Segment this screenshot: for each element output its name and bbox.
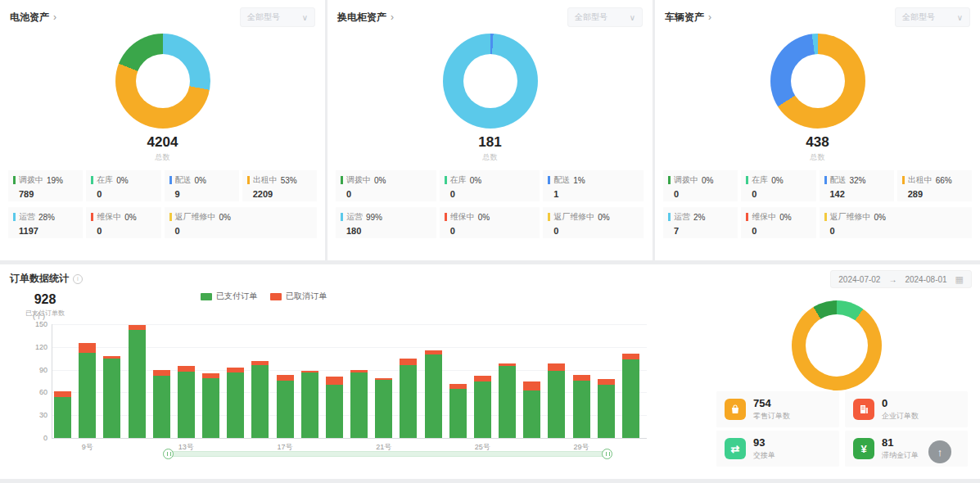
status-label: 调拨中 — [674, 174, 698, 186]
date-end-input[interactable]: 2024-08-01 — [905, 275, 946, 284]
cancelled-segment — [54, 391, 71, 397]
back-to-top-button[interactable]: ↑ — [928, 440, 951, 463]
status-color-bar — [341, 176, 343, 184]
stacked-bar-28号[interactable] — [548, 363, 565, 438]
card-label: 企业订单数 — [882, 411, 919, 422]
stacked-bar-21号[interactable] — [375, 378, 392, 438]
stacked-bar-27号[interactable] — [523, 381, 540, 438]
paid-orders-donut-center: 928 已支付订单数 — [0, 292, 90, 318]
yen-tag-icon: ¥ — [853, 438, 874, 459]
paid-segment — [178, 372, 195, 438]
stacked-bar-30号[interactable] — [598, 379, 615, 438]
stacked-bar-8号[interactable] — [54, 391, 71, 438]
cancelled-segment — [277, 375, 294, 381]
chevron-right-icon: › — [53, 11, 56, 23]
status-percent: 0% — [195, 176, 206, 185]
status-label: 调拨中 — [346, 174, 371, 186]
card-value: 754 — [753, 398, 790, 409]
cabinet-status-grid: 调拨中0%0在库0%0配送1%1运营99%180维保中0%0返厂维修中0%0 — [327, 170, 653, 238]
status-percent: 0% — [124, 213, 136, 222]
stacked-bar-29号[interactable] — [573, 375, 590, 438]
stacked-bar-14号[interactable] — [202, 373, 219, 438]
status-value: 9 — [169, 189, 234, 199]
paid-segment — [622, 359, 639, 438]
slider-handle-right[interactable] — [602, 449, 612, 459]
status-stat-cell: 运营28%1197 — [8, 207, 83, 238]
paid-segment — [326, 385, 343, 438]
donut-hole — [136, 54, 190, 108]
stacked-bar-13号[interactable] — [178, 366, 195, 438]
status-color-bar — [13, 213, 16, 221]
chevron-right-icon: › — [708, 11, 711, 23]
stacked-bar-23号[interactable] — [425, 350, 442, 438]
stacked-bar-12号[interactable] — [153, 370, 170, 438]
status-label: 配送 — [553, 174, 570, 186]
vehicle-donut-chart[interactable] — [770, 34, 865, 129]
stacked-bar-15号[interactable] — [227, 368, 244, 438]
stacked-bar-24号[interactable] — [449, 384, 467, 438]
chevron-right-icon: › — [391, 11, 394, 23]
stacked-bar-9号[interactable] — [79, 343, 96, 438]
status-color-bar — [445, 176, 447, 184]
status-value: 0 — [445, 226, 535, 236]
status-color-bar — [902, 176, 905, 184]
stacked-bar-10号[interactable] — [103, 356, 120, 438]
cabinet-model-filter-dropdown[interactable]: 全部型号∨ — [567, 7, 643, 27]
cancelled-segment — [79, 343, 96, 353]
paid-orders-label: 已支付订单数 — [0, 309, 90, 318]
status-color-bar — [548, 213, 550, 221]
status-percent: 0% — [478, 213, 490, 222]
status-value: 142 — [824, 189, 889, 199]
paid-segment — [227, 372, 244, 438]
battery-assets-panel: 电池资产› 全部型号∨ 4204 总数 调拨中19%789在库0%0配送0%9出… — [0, 0, 325, 260]
card-label: 零售订单数 — [753, 411, 790, 422]
total-count: 181 — [327, 134, 653, 151]
stacked-bar-26号[interactable] — [499, 363, 516, 438]
chart-zoom-slider[interactable] — [168, 451, 607, 457]
handover-orders-card: ⇄ 93 交接单 — [716, 431, 839, 467]
slider-handle-left[interactable] — [163, 449, 174, 459]
status-value: 180 — [341, 226, 431, 236]
stacked-bar-31号[interactable] — [622, 354, 639, 438]
status-stat-cell: 返厂维修中0%0 — [165, 207, 318, 238]
status-value: 1 — [548, 189, 639, 199]
stacked-bar-25号[interactable] — [474, 376, 491, 438]
status-label: 出租中 — [253, 174, 278, 186]
stacked-bar-20号[interactable] — [350, 370, 368, 438]
status-color-bar — [668, 176, 671, 184]
status-percent: 0% — [219, 213, 231, 222]
date-start-input[interactable]: 2024-07-02 — [838, 275, 880, 284]
status-color-bar — [746, 176, 748, 184]
retail-orders-card: 754 零售订单数 — [716, 391, 839, 427]
calendar-icon[interactable]: ▦ — [955, 274, 964, 285]
order-bar-chart[interactable]: 0306090120150(个)9号13号17号21号25号29号 — [0, 264, 665, 479]
y-axis-tick: 120 — [23, 343, 47, 351]
stacked-bar-18号[interactable] — [301, 371, 318, 438]
stacked-bar-22号[interactable] — [400, 359, 417, 438]
status-label: 出租中 — [908, 174, 933, 186]
stacked-bar-19号[interactable] — [326, 377, 343, 438]
vehicle-model-filter-dropdown[interactable]: 全部型号∨ — [895, 7, 970, 27]
status-percent: 0% — [598, 213, 609, 222]
paid-segment — [573, 381, 590, 438]
battery-model-filter-dropdown[interactable]: 全部型号∨ — [240, 7, 315, 27]
stacked-bar-17号[interactable] — [277, 375, 294, 438]
paid-segment — [277, 381, 294, 438]
cabinet-panel-title[interactable]: 换电柜资产› — [337, 11, 394, 25]
stacked-bar-16号[interactable] — [251, 361, 269, 438]
building-icon — [853, 399, 874, 420]
status-label: 在库 — [97, 174, 113, 186]
battery-panel-title[interactable]: 电池资产› — [10, 11, 56, 25]
date-range-picker[interactable]: 2024-07-02 → 2024-08-01 ▦ — [830, 270, 972, 288]
status-color-bar — [91, 213, 93, 221]
paid-orders-donut-chart[interactable] — [792, 300, 882, 390]
status-percent: 0% — [874, 213, 886, 222]
vehicle-panel-title[interactable]: 车辆资产› — [665, 11, 711, 25]
paid-segment — [375, 380, 392, 438]
battery-donut-chart[interactable] — [115, 34, 210, 129]
cabinet-assets-panel: 换电柜资产› 全部型号∨ 181 总数 调拨中0%0在库0%0配送1%1运营99… — [327, 0, 653, 260]
card-value: 81 — [882, 437, 919, 449]
stacked-bar-11号[interactable] — [129, 325, 146, 438]
cabinet-donut-chart[interactable] — [443, 34, 538, 129]
status-stat-cell: 运营99%180 — [336, 207, 436, 238]
